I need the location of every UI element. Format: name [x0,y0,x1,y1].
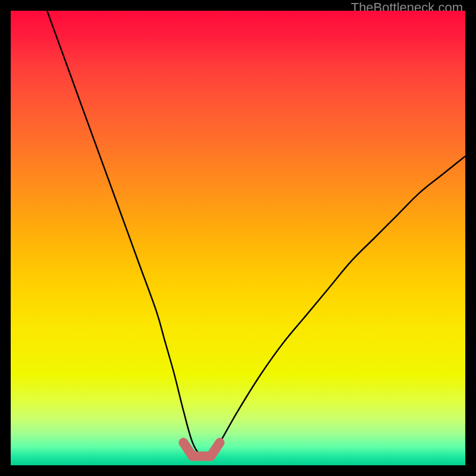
bottleneck-marker [183,443,220,456]
bottleneck-curve-svg [11,11,465,465]
chart-container: TheBottleneck.com [0,0,476,476]
bottleneck-curve [47,11,465,458]
plot-area [11,11,465,465]
